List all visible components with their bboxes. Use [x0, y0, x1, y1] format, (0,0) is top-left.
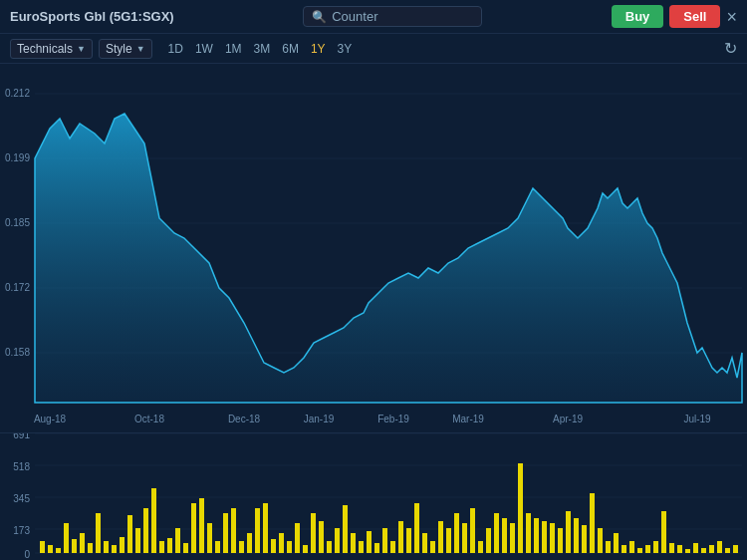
- svg-rect-97: [574, 518, 579, 553]
- main-chart: 0.212 0.199 0.185 0.172 0.158 Aug-18 Oct…: [0, 64, 747, 432]
- svg-text:518: 518: [13, 461, 30, 472]
- svg-rect-64: [311, 513, 316, 553]
- search-icon: 🔍: [312, 10, 327, 24]
- svg-text:0.199: 0.199: [5, 152, 30, 163]
- svg-text:Mar-19: Mar-19: [452, 414, 484, 424]
- svg-text:Apr-19: Apr-19: [553, 414, 583, 424]
- svg-rect-77: [414, 503, 419, 553]
- svg-rect-116: [725, 548, 730, 553]
- svg-rect-113: [701, 548, 706, 553]
- technicals-dropdown[interactable]: Technicals ▼: [10, 39, 93, 59]
- header: EuroSports Gbl (5G1:SGX) 🔍 Counter Buy S…: [0, 0, 747, 34]
- svg-rect-112: [693, 543, 698, 553]
- refresh-button[interactable]: ↻: [724, 39, 737, 58]
- svg-text:0.172: 0.172: [5, 282, 30, 293]
- svg-rect-80: [438, 521, 443, 553]
- volume-chart: 691 518 345 173 0: [0, 432, 747, 560]
- svg-text:Dec-18: Dec-18: [228, 414, 261, 424]
- svg-rect-106: [645, 545, 650, 553]
- svg-rect-60: [279, 533, 284, 553]
- svg-rect-94: [550, 523, 555, 553]
- svg-rect-31: [48, 545, 53, 553]
- svg-rect-93: [542, 521, 547, 553]
- svg-text:0: 0: [24, 549, 30, 560]
- svg-text:Jul-19: Jul-19: [683, 414, 711, 424]
- tf-3y[interactable]: 3Y: [332, 40, 359, 58]
- svg-rect-107: [653, 541, 658, 553]
- svg-rect-33: [64, 523, 69, 553]
- svg-rect-50: [199, 498, 204, 553]
- svg-rect-72: [374, 543, 379, 553]
- tf-6m[interactable]: 6M: [276, 40, 305, 58]
- svg-rect-48: [183, 543, 188, 553]
- svg-text:Feb-19: Feb-19: [377, 414, 409, 424]
- svg-rect-75: [398, 521, 403, 553]
- svg-text:Aug-18: Aug-18: [34, 414, 67, 424]
- tf-1m[interactable]: 1M: [219, 40, 248, 58]
- svg-rect-39: [112, 545, 117, 553]
- svg-rect-91: [526, 513, 531, 553]
- search-input[interactable]: Counter: [332, 9, 377, 24]
- svg-rect-109: [669, 543, 674, 553]
- svg-rect-81: [446, 528, 451, 553]
- svg-rect-101: [606, 541, 611, 553]
- svg-rect-44: [151, 488, 156, 553]
- svg-rect-67: [335, 528, 340, 553]
- svg-rect-58: [263, 503, 268, 553]
- svg-rect-89: [510, 523, 515, 553]
- svg-rect-35: [80, 533, 85, 553]
- volume-chart-svg: 691 518 345 173 0: [0, 433, 747, 560]
- timeframe-buttons: 1D 1W 1M 3M 6M 1Y 3Y: [162, 40, 359, 58]
- price-chart-svg: 0.212 0.199 0.185 0.172 0.158 Aug-18 Oct…: [0, 64, 747, 432]
- svg-rect-78: [422, 533, 427, 553]
- svg-rect-47: [175, 528, 180, 553]
- svg-text:0.185: 0.185: [5, 217, 30, 228]
- svg-rect-103: [622, 545, 626, 553]
- svg-text:Jan-19: Jan-19: [304, 414, 335, 424]
- svg-rect-88: [502, 518, 507, 553]
- search-box[interactable]: 🔍 Counter: [303, 6, 482, 27]
- svg-rect-95: [558, 528, 563, 553]
- svg-rect-61: [287, 541, 292, 553]
- style-dropdown[interactable]: Style ▼: [99, 39, 152, 59]
- svg-rect-57: [255, 508, 260, 553]
- svg-rect-115: [717, 541, 722, 553]
- sell-button[interactable]: Sell: [669, 5, 720, 28]
- svg-rect-90: [518, 463, 523, 553]
- svg-rect-87: [494, 513, 499, 553]
- svg-text:0.158: 0.158: [5, 347, 30, 358]
- svg-rect-34: [72, 539, 77, 553]
- svg-rect-71: [367, 531, 372, 553]
- svg-rect-111: [685, 549, 690, 553]
- style-label: Style: [106, 42, 132, 56]
- technicals-label: Technicals: [17, 42, 73, 56]
- svg-rect-74: [390, 541, 395, 553]
- svg-rect-65: [319, 521, 324, 553]
- svg-rect-36: [88, 543, 93, 553]
- close-button[interactable]: ×: [726, 8, 737, 26]
- svg-rect-52: [215, 541, 220, 553]
- svg-rect-42: [135, 528, 140, 553]
- svg-rect-40: [120, 537, 124, 553]
- svg-rect-82: [454, 513, 459, 553]
- svg-text:345: 345: [13, 493, 30, 504]
- svg-rect-84: [470, 508, 475, 553]
- svg-rect-32: [56, 548, 61, 553]
- svg-rect-59: [271, 539, 276, 553]
- toolbar: Technicals ▼ Style ▼ 1D 1W 1M 3M 6M 1Y 3…: [0, 34, 747, 64]
- buy-button[interactable]: Buy: [612, 5, 664, 28]
- svg-text:173: 173: [13, 525, 30, 536]
- tf-1w[interactable]: 1W: [189, 40, 219, 58]
- svg-marker-6: [35, 114, 742, 403]
- svg-rect-108: [661, 511, 666, 553]
- tf-3m[interactable]: 3M: [248, 40, 277, 58]
- svg-rect-98: [582, 525, 587, 553]
- svg-text:0.212: 0.212: [5, 88, 30, 99]
- svg-rect-92: [534, 518, 539, 553]
- tf-1d[interactable]: 1D: [162, 40, 189, 58]
- svg-rect-37: [96, 513, 101, 553]
- tf-1y[interactable]: 1Y: [305, 40, 332, 58]
- svg-rect-38: [104, 541, 109, 553]
- svg-rect-45: [159, 541, 164, 553]
- svg-rect-86: [486, 528, 491, 553]
